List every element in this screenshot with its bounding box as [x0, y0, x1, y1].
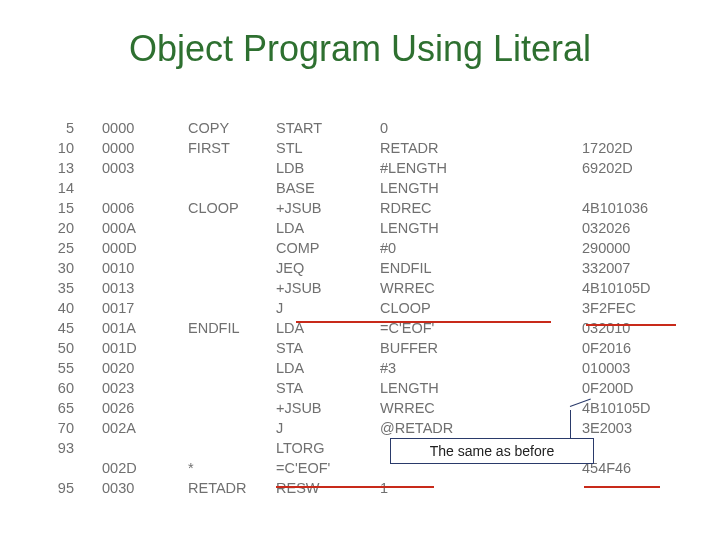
label: ENDFIL [170, 318, 270, 338]
object-code: 032026 [520, 218, 690, 238]
listing-row: 25000DCOMP#0290000 [40, 238, 690, 258]
location: 0017 [80, 298, 170, 318]
operand: #3 [380, 358, 520, 378]
opcode: START [270, 118, 380, 138]
opcode: LDA [270, 358, 380, 378]
location: 001D [80, 338, 170, 358]
opcode: COMP [270, 238, 380, 258]
operand: #0 [380, 238, 520, 258]
location: 000A [80, 218, 170, 238]
listing-row: 300010JEQENDFIL332007 [40, 258, 690, 278]
line-number [40, 458, 80, 478]
operand: CLOOP [380, 298, 520, 318]
underline-lda-eof [296, 321, 551, 323]
listing-row: 50000COPYSTART0 [40, 118, 690, 138]
line-number: 5 [40, 118, 80, 138]
location: 0010 [80, 258, 170, 278]
line-number: 65 [40, 398, 80, 418]
opcode: +JSUB [270, 398, 380, 418]
line-number: 14 [40, 178, 80, 198]
location: 0000 [80, 118, 170, 138]
location [80, 438, 170, 458]
object-code: 69202D [520, 158, 690, 178]
line-number: 95 [40, 478, 80, 498]
location: 0020 [80, 358, 170, 378]
label: COPY [170, 118, 270, 138]
opcode: STL [270, 138, 380, 158]
opcode: LDB [270, 158, 380, 178]
line-number: 25 [40, 238, 80, 258]
opcode: LDA [270, 218, 380, 238]
location [80, 178, 170, 198]
opcode: J [270, 418, 380, 438]
operand: #LENGTH [380, 158, 520, 178]
label [170, 358, 270, 378]
opcode: +JSUB [270, 278, 380, 298]
object-code: 4B10105D [520, 398, 690, 418]
operand: 1 [380, 478, 520, 498]
label [170, 338, 270, 358]
listing-row: 130003LDB#LENGTH69202D [40, 158, 690, 178]
line-number: 60 [40, 378, 80, 398]
listing-row: 400017JCLOOP3F2FEC [40, 298, 690, 318]
object-code: 332007 [520, 258, 690, 278]
line-number: 40 [40, 298, 80, 318]
line-number: 55 [40, 358, 80, 378]
line-number: 35 [40, 278, 80, 298]
operand: WRREC [380, 278, 520, 298]
operand: RDREC [380, 198, 520, 218]
listing-row: 100000FIRSTSTLRETADR17202D [40, 138, 690, 158]
location: 001A [80, 318, 170, 338]
label [170, 178, 270, 198]
label [170, 438, 270, 458]
location: 0023 [80, 378, 170, 398]
object-code: 0F2016 [520, 338, 690, 358]
location: 0003 [80, 158, 170, 178]
location: 0030 [80, 478, 170, 498]
opcode: J [270, 298, 380, 318]
listing-row: 350013+JSUBWRREC4B10105D [40, 278, 690, 298]
line-number: 20 [40, 218, 80, 238]
operand: ENDFIL [380, 258, 520, 278]
label: CLOOP [170, 198, 270, 218]
operand: @RETADR [380, 418, 520, 438]
label [170, 398, 270, 418]
listing-row: 600023STALENGTH0F200D [40, 378, 690, 398]
callout-note: The same as before [390, 438, 594, 464]
label [170, 218, 270, 238]
line-number: 13 [40, 158, 80, 178]
callout-text: The same as before [430, 443, 555, 459]
listing-row: 14BASELENGTH [40, 178, 690, 198]
location: 002D [80, 458, 170, 478]
opcode: LTORG [270, 438, 380, 458]
listing-row: 20000ALDALENGTH032026 [40, 218, 690, 238]
operand: LENGTH [380, 218, 520, 238]
location: 0013 [80, 278, 170, 298]
operand: BUFFER [380, 338, 520, 358]
label [170, 298, 270, 318]
listing-row: 150006CLOOP+JSUBRDREC4B101036 [40, 198, 690, 218]
label: FIRST [170, 138, 270, 158]
line-number: 45 [40, 318, 80, 338]
line-number: 10 [40, 138, 80, 158]
object-code: 4B10105D [520, 278, 690, 298]
object-code: 3F2FEC [520, 298, 690, 318]
label [170, 278, 270, 298]
label: * [170, 458, 270, 478]
opcode: =C'EOF' [270, 458, 380, 478]
callout-connector [570, 410, 571, 438]
object-code [520, 178, 690, 198]
object-code [520, 478, 690, 498]
underline-literal-eof [276, 486, 434, 488]
object-code: 17202D [520, 138, 690, 158]
label [170, 158, 270, 178]
listing-row: 550020LDA#3010003 [40, 358, 690, 378]
operand: RETADR [380, 138, 520, 158]
label [170, 238, 270, 258]
line-number: 70 [40, 418, 80, 438]
operand: LENGTH [380, 378, 520, 398]
object-code: 4B101036 [520, 198, 690, 218]
opcode: STA [270, 338, 380, 358]
object-code: 3E2003 [520, 418, 690, 438]
listing-row: 950030RETADRRESW1 [40, 478, 690, 498]
